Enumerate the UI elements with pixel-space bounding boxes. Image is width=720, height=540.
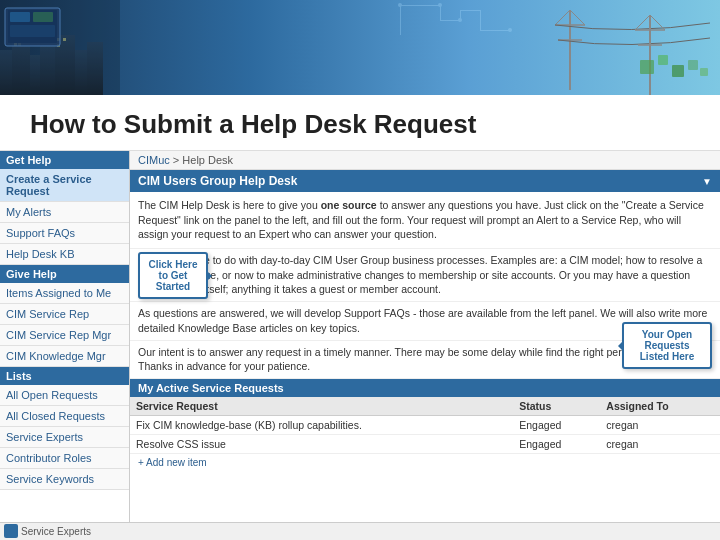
callout-open-requests[interactable]: Your Open Requests Listed Here: [622, 322, 712, 369]
page-title: How to Submit a Help Desk Request: [30, 109, 690, 140]
sidebar-item-all-open-requests[interactable]: All Open Requests: [0, 385, 129, 406]
svg-rect-43: [10, 12, 30, 22]
helpdesk-title: CIM Users Group Help Desk: [138, 174, 297, 188]
logo-icon: [4, 524, 18, 538]
svg-rect-38: [688, 60, 698, 70]
svg-rect-31: [460, 10, 480, 11]
callout-right-line1: Your Open: [628, 329, 706, 340]
header-banner: [0, 0, 720, 95]
svg-rect-36: [658, 55, 668, 65]
svg-rect-33: [480, 30, 510, 31]
page-title-bar: How to Submit a Help Desk Request: [0, 95, 720, 151]
svg-rect-37: [672, 65, 684, 77]
svg-rect-24: [400, 5, 440, 6]
sidebar-item-cim-knowledge-mgr[interactable]: CIM Knowledge Mgr: [0, 346, 129, 367]
breadcrumb: CIMuc > Help Desk: [130, 151, 720, 170]
table-row[interactable]: Fix CIM knowledge-base (KB) rollup capab…: [130, 415, 720, 434]
col-status: Status: [513, 397, 600, 416]
cell-status: Engaged: [513, 434, 600, 453]
active-requests-header: My Active Service Requests: [130, 379, 720, 397]
main-content: Get Help Create a Service Request My Ale…: [0, 151, 720, 540]
sidebar-section-give-help: Give Help: [0, 265, 129, 283]
callout-left-line1: Click Here: [144, 259, 202, 270]
para2-text: They may have to do with day-to-day CIM …: [138, 253, 712, 297]
svg-rect-23: [400, 5, 401, 35]
collapse-button[interactable]: ▼: [702, 176, 712, 187]
cell-request: Resolve CSS issue: [130, 434, 513, 453]
callout-left-line3: Started: [144, 281, 202, 292]
content-panel: CIMuc > Help Desk CIM Users Group Help D…: [130, 151, 720, 540]
sidebar-item-help-desk-kb[interactable]: Help Desk KB: [0, 244, 129, 265]
svg-rect-39: [700, 68, 708, 76]
svg-rect-32: [480, 10, 481, 30]
cell-status: Engaged: [513, 415, 600, 434]
logo-area: Service Experts: [4, 524, 91, 538]
intro-bold: one source: [321, 199, 377, 211]
cell-request: Fix CIM knowledge-base (KB) rollup capab…: [130, 415, 513, 434]
content-area: The CIM Help Desk is here to give you on…: [130, 192, 720, 471]
helpdesk-title-bar: CIM Users Group Help Desk ▼: [130, 170, 720, 192]
sidebar-item-create-request[interactable]: Create a Service Request: [0, 169, 129, 202]
requests-table: Service Request Status Assigned To Fix C…: [130, 397, 720, 454]
callout-left-line2: to Get: [144, 270, 202, 281]
callout-right-line2: Requests: [628, 340, 706, 351]
sidebar-item-support-faqs[interactable]: Support FAQs: [0, 223, 129, 244]
svg-rect-45: [10, 25, 55, 37]
sidebar-section-lists: Lists: [0, 367, 129, 385]
col-assigned-to: Assigned To: [600, 397, 720, 416]
svg-rect-26: [440, 20, 460, 21]
sidebar-item-all-closed-requests[interactable]: All Closed Requests: [0, 406, 129, 427]
svg-rect-35: [640, 60, 654, 74]
cell-assigned: cregan: [600, 434, 720, 453]
svg-point-28: [438, 3, 442, 7]
breadcrumb-current: Help Desk: [182, 154, 233, 166]
sidebar-item-service-keywords[interactable]: Service Keywords: [0, 469, 129, 490]
para2: They may have to do with day-to-day CIM …: [130, 249, 720, 302]
sidebar-section-get-help: Get Help: [0, 151, 129, 169]
sidebar-item-service-experts[interactable]: Service Experts: [0, 427, 129, 448]
callout-right-line3: Listed Here: [628, 351, 706, 362]
sidebar-item-cim-service-rep-mgr[interactable]: CIM Service Rep Mgr: [0, 325, 129, 346]
svg-point-34: [508, 28, 512, 32]
sidebar-item-contributor-roles[interactable]: Contributor Roles: [0, 448, 129, 469]
breadcrumb-separator: >: [173, 154, 182, 166]
cell-assigned: cregan: [600, 415, 720, 434]
helpdesk-intro: The CIM Help Desk is here to give you on…: [130, 192, 720, 249]
add-new-item[interactable]: + Add new item: [130, 454, 720, 471]
table-row[interactable]: Resolve CSS issue Engaged cregan: [130, 434, 720, 453]
svg-rect-44: [33, 12, 53, 22]
breadcrumb-home[interactable]: CIMuc: [138, 154, 170, 166]
intro-text: The CIM Help Desk is here to give you: [138, 199, 321, 211]
callout-get-started[interactable]: Click Here to Get Started: [138, 252, 208, 299]
footer-service-experts: Service Experts: [21, 526, 91, 537]
sidebar-item-assigned-to-me[interactable]: Items Assigned to Me: [0, 283, 129, 304]
sidebar: Get Help Create a Service Request My Ale…: [0, 151, 130, 540]
svg-point-27: [398, 3, 402, 7]
svg-rect-30: [460, 10, 461, 20]
footer-bar: Service Experts: [0, 522, 720, 540]
sidebar-item-my-alerts[interactable]: My Alerts: [0, 202, 129, 223]
svg-rect-25: [440, 5, 441, 20]
col-service-request: Service Request: [130, 397, 513, 416]
sidebar-item-cim-service-rep[interactable]: CIM Service Rep: [0, 304, 129, 325]
